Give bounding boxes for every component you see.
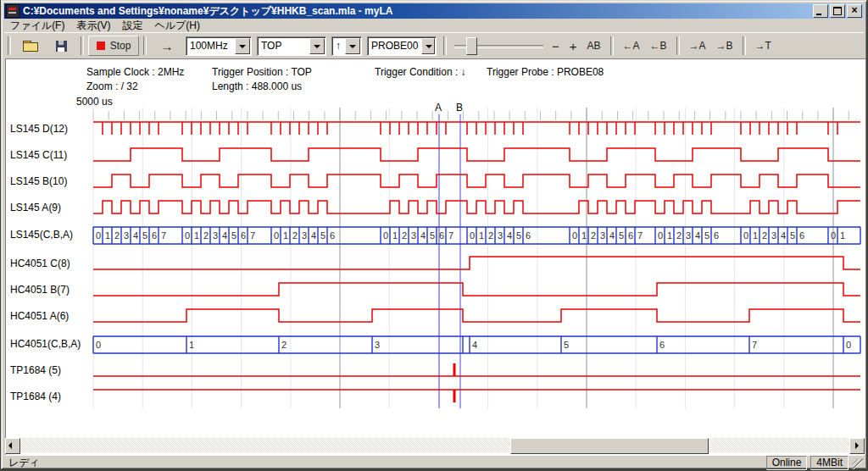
toolbar-separator (81, 36, 84, 55)
sample-clock-info: Sample Clock : 2MHz (86, 66, 184, 78)
goto-b-right-button[interactable]: →B (711, 36, 738, 56)
trigger-probe-combo[interactable]: PROBE00 (367, 36, 437, 56)
app-window: C:¥Documents and Settings¥noname¥デスクトップ¥… (1, 0, 867, 469)
title-bar[interactable]: C:¥Documents and Settings¥noname¥デスクトップ¥… (4, 3, 864, 19)
menu-bar: ファイル(F)表示(V)設定ヘルプ(H) (4, 19, 864, 32)
toolbar-separator (143, 36, 147, 55)
goto-a-right-button[interactable]: →A (684, 36, 711, 56)
channel-label: TP1684 (4) (10, 391, 61, 404)
status-ready-text: レディ (4, 456, 763, 470)
sample-clock-combo[interactable]: 100MHz (186, 36, 252, 56)
stop-label: Stop (110, 40, 131, 52)
channel-label: TP1684 (5) (10, 364, 61, 378)
toolbar-separator (610, 36, 614, 55)
toolbar-gripper (8, 36, 11, 55)
menu-item-1[interactable]: 表示(V) (70, 18, 116, 34)
chevron-down-icon[interactable] (345, 38, 360, 54)
trigger-condition-info: Trigger Condition : ↓ (375, 66, 466, 78)
toolbar-separator (676, 36, 680, 55)
sample-clock-value: 100MHz (186, 40, 234, 52)
arrow-left-icon (8, 442, 12, 449)
run-button[interactable]: → (151, 36, 183, 56)
waveform-client-area[interactable] (5, 58, 865, 455)
trigger-probe-value: PROBE00 (368, 40, 420, 52)
goto-a-left-button[interactable]: ←A (618, 36, 645, 56)
channel-label: HC4051 A(6) (10, 310, 69, 324)
chevron-down-icon[interactable] (309, 38, 325, 54)
minimize-button[interactable] (813, 4, 828, 18)
menu-item-2[interactable]: 設定 (116, 18, 148, 34)
channel-label: HC4051 C(8) (10, 258, 70, 271)
zoom-slider[interactable] (454, 36, 543, 55)
cursor-a-label[interactable]: A (435, 102, 442, 114)
scrollbar-thumb[interactable] (510, 438, 709, 454)
chevron-down-icon[interactable] (421, 38, 435, 54)
close-button[interactable]: × (847, 4, 862, 18)
app-icon (6, 4, 19, 18)
ab-cursors-button[interactable]: AB (582, 36, 606, 56)
save-floppy-icon (56, 41, 67, 52)
zoom-out-button[interactable]: − (547, 36, 565, 56)
chevron-down-icon[interactable] (235, 38, 250, 54)
goto-trigger-button[interactable]: →T (750, 36, 776, 56)
zoom-info: Zoom : / 32 (86, 80, 138, 92)
trigger-position-combo[interactable]: TOP (257, 36, 326, 56)
toolbar-separator (743, 36, 746, 55)
window-title: C:¥Documents and Settings¥noname¥デスクトップ¥… (23, 4, 811, 19)
zoom-slider-thumb[interactable] (466, 37, 477, 55)
stop-icon (97, 42, 105, 50)
goto-b-left-button[interactable]: ←B (645, 36, 672, 56)
channel-label: HC4051(C,B,A) (10, 338, 81, 352)
horizontal-scrollbar[interactable] (5, 438, 865, 452)
save-file-button[interactable] (46, 36, 76, 56)
open-file-button[interactable] (15, 36, 46, 56)
toolbar: Stop → 100MHz TOP ↑ PROBE00 − + AB ←A ←B (4, 32, 864, 58)
scroll-right-button[interactable] (849, 438, 865, 454)
status-online-badge: Online (766, 456, 808, 470)
toolbar-separator (443, 36, 447, 55)
stop-button[interactable]: Stop (88, 36, 139, 56)
zoom-in-button[interactable]: + (565, 36, 582, 56)
channel-label: LS145 A(9) (10, 202, 61, 215)
cursor-b-label[interactable]: B (456, 102, 463, 114)
length-info: Length : 488.000 us (212, 80, 302, 92)
trigger-position-info: Trigger Position : TOP (212, 66, 312, 78)
trigger-probe-info: Trigger Probe : PROBE08 (487, 66, 604, 78)
status-bar: レディ Online 4MBit (4, 455, 864, 469)
trigger-edge-combo[interactable]: ↑ (331, 36, 362, 56)
menu-item-0[interactable]: ファイル(F) (4, 18, 70, 34)
channel-label: HC4051 B(7) (10, 284, 70, 297)
maximize-button[interactable] (830, 4, 845, 18)
channel-label: LS145 C(11) (10, 149, 67, 163)
channel-label: LS145 D(12) (10, 123, 68, 136)
trigger-edge-value: ↑ (332, 40, 344, 52)
arrow-right-icon (855, 442, 859, 449)
channel-label: LS145(C,B,A) (10, 229, 73, 242)
time-scale-label: 5000 us (76, 96, 113, 108)
trigger-position-value: TOP (258, 40, 309, 52)
menu-item-3[interactable]: ヘルプ(H) (148, 18, 206, 34)
status-memory-badge: 4MBit (810, 456, 849, 470)
open-folder-icon (23, 41, 38, 52)
scroll-left-button[interactable] (5, 438, 20, 454)
resize-grip-icon[interactable] (852, 458, 863, 469)
channel-label: LS145 B(10) (10, 175, 67, 189)
